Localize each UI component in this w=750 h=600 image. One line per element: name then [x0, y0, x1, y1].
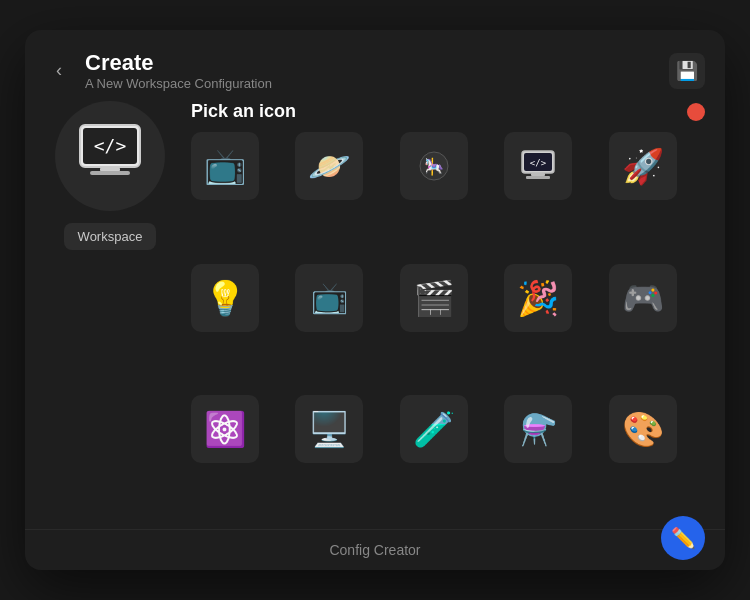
atom-icon[interactable]: ⚛️: [191, 395, 259, 463]
icon-picker-header: Pick an icon: [191, 101, 705, 122]
footer: Config Creator ✏️: [25, 529, 725, 570]
code-laptop-icon[interactable]: </>: [504, 132, 572, 200]
retro-tv-icon[interactable]: 📺: [191, 132, 259, 200]
fab-icon: ✏️: [671, 526, 696, 550]
monitor-icon[interactable]: 🖥️: [295, 395, 363, 463]
flask-pink-icon[interactable]: 🧪: [400, 395, 468, 463]
svg-text:</>: </>: [530, 158, 547, 168]
header: ‹ Create A New Workspace Configuration 💾: [25, 30, 725, 101]
right-panel: Pick an icon 📺 🪐 🎠 </>: [191, 101, 705, 519]
fab-edit-button[interactable]: ✏️: [661, 516, 705, 560]
carousel-icon[interactable]: 🎠: [400, 132, 468, 200]
orange-tv-icon[interactable]: 📺: [295, 264, 363, 332]
workspace-badge[interactable]: Workspace: [64, 223, 157, 250]
page-subtitle: A New Workspace Configuration: [85, 76, 657, 91]
red-dot-indicator: [687, 103, 705, 121]
svg-text:🎠: 🎠: [424, 157, 444, 176]
film-icon[interactable]: 🎬: [400, 264, 468, 332]
svg-rect-4: [90, 171, 130, 175]
back-button[interactable]: ‹: [45, 57, 73, 85]
icon-grid: 📺 🪐 🎠 </> 🚀 💡: [191, 132, 705, 519]
content-area: </> Workspace Pick an icon 📺 🪐 🎠: [25, 101, 725, 529]
save-button[interactable]: 💾: [669, 53, 705, 89]
flask-yellow-icon[interactable]: ⚗️: [504, 395, 572, 463]
gamepad-icon[interactable]: 🎮: [609, 264, 677, 332]
planet-icon[interactable]: 🪐: [295, 132, 363, 200]
pick-icon-title: Pick an icon: [191, 101, 296, 122]
save-icon: 💾: [676, 60, 698, 82]
party-icon[interactable]: 🎉: [504, 264, 572, 332]
svg-rect-10: [531, 173, 545, 176]
svg-text:</>: </>: [94, 135, 127, 156]
palette-icon[interactable]: 🎨: [609, 395, 677, 463]
left-panel: </> Workspace: [45, 101, 175, 519]
rocket-toolbox-icon[interactable]: 🚀: [609, 132, 677, 200]
header-title: Create A New Workspace Configuration: [85, 50, 657, 91]
icon-preview: </>: [55, 101, 165, 211]
footer-label: Config Creator: [329, 542, 420, 558]
lightbulb-icon[interactable]: 💡: [191, 264, 259, 332]
svg-rect-11: [526, 176, 550, 179]
page-title: Create: [85, 50, 657, 76]
main-window: ‹ Create A New Workspace Configuration 💾…: [25, 30, 725, 570]
preview-emoji: </>: [75, 120, 145, 192]
